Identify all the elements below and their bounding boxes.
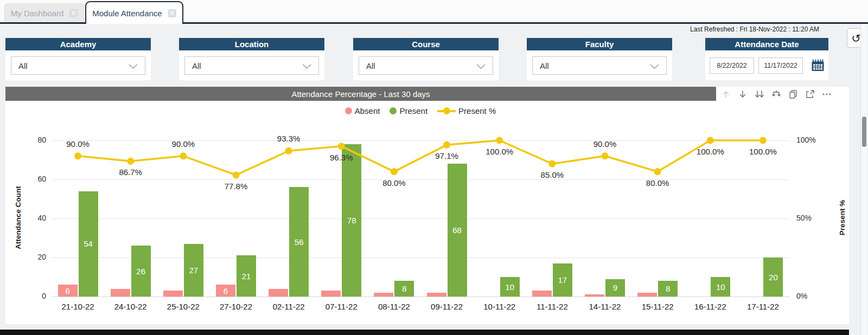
drill-down-icon[interactable]: [736, 88, 749, 100]
chart-toolbar: [719, 88, 833, 100]
x-axis-label: 24-10-22: [104, 302, 157, 311]
percent-data-label: 85.0%: [528, 170, 577, 179]
line-marker-25-10-22[interactable]: [180, 152, 187, 159]
last-refreshed-text: Last Refreshed : Fri 18-Nov-2022 : 11:20…: [690, 25, 819, 33]
filter-title: Location: [179, 38, 324, 50]
x-axis-label: 27-10-22: [209, 302, 263, 311]
more-options-icon[interactable]: [820, 88, 833, 100]
legend-label: Absent: [355, 106, 380, 115]
legend-line-dot: [443, 107, 450, 114]
legend-item-present-: Present %: [437, 106, 496, 115]
x-axis-label: 08-11-22: [367, 302, 420, 311]
x-axis-label: 17-11-22: [736, 302, 789, 311]
x-axis-label: 14-11-22: [578, 302, 631, 311]
legend-label: Present: [399, 106, 427, 115]
legend-label: Present %: [458, 106, 496, 115]
right-axis-tick-label: 100%: [796, 136, 816, 144]
calendar-icon[interactable]: [810, 59, 825, 73]
start-date-input[interactable]: [710, 57, 754, 74]
chart-title-bar: Attendance Percentage - Last 30 days: [5, 87, 716, 101]
location-filter-dropdown[interactable]: All: [184, 56, 319, 75]
right-axis-title: Present %: [838, 195, 846, 241]
present-pct-line[interactable]: [52, 140, 789, 297]
chart-card: Attendance Percentage - Last 30 days Abs…: [5, 87, 849, 324]
filter-card-academy: AcademyAll: [5, 38, 151, 80]
x-icon: [72, 11, 76, 15]
filter-card-faculty: FacultyAll: [527, 38, 672, 80]
percent-data-label: 90.0%: [159, 139, 208, 149]
line-marker-08-11-22[interactable]: [391, 168, 398, 175]
x-axis-label: 16-11-22: [684, 302, 737, 311]
legend-dot-icon: [390, 107, 397, 114]
legend-item-absent: Absent: [345, 106, 380, 115]
tab-my-dashboard[interactable]: My Dashboard: [4, 3, 84, 22]
x-axis-label: 07-11-22: [315, 302, 368, 311]
line-marker-27-10-22[interactable]: [233, 171, 240, 178]
percent-data-label: 100.0%: [686, 147, 735, 156]
line-marker-21-10-22[interactable]: [74, 152, 81, 159]
percent-data-label: 80.0%: [369, 178, 418, 188]
percent-data-label: 100.0%: [738, 147, 787, 156]
percent-data-label: 80.0%: [633, 178, 682, 188]
line-marker-15-11-22[interactable]: [654, 168, 661, 175]
filter-card-location: LocationAll: [179, 38, 324, 80]
drill-up-icon[interactable]: [719, 88, 732, 100]
chart-title: Attendance Percentage - Last 30 days: [291, 89, 430, 99]
tab-module-attendance[interactable]: Module Attendance: [85, 1, 183, 24]
close-tab-icon[interactable]: [69, 9, 78, 17]
percent-data-label: 86.7%: [106, 168, 155, 177]
legend-line-icon: [437, 107, 456, 114]
attendance-date-filter: Attendance Date: [705, 38, 828, 80]
percent-data-label: 90.0%: [54, 139, 103, 149]
line-marker-11-11-22[interactable]: [548, 160, 556, 168]
chevron-down-icon: [129, 61, 138, 70]
x-axis-label: 10-11-22: [473, 302, 526, 311]
refresh-icon: ↺: [851, 33, 861, 44]
line-marker-16-11-22[interactable]: [707, 137, 714, 144]
tab-label: Module Attendance: [92, 9, 162, 18]
legend-item-present: Present: [390, 106, 427, 115]
x-axis-label: 25-10-22: [157, 302, 210, 311]
copy-icon[interactable]: [787, 88, 799, 100]
filter-title: Attendance Date: [705, 38, 828, 50]
end-date-input[interactable]: [758, 57, 803, 74]
x-axis-label: 15-11-22: [631, 302, 684, 311]
go-to-next-level-icon[interactable]: [753, 88, 765, 100]
selected-value: All: [192, 61, 201, 70]
y-axis-tick-label: 60: [20, 175, 46, 183]
line-marker-10-11-22[interactable]: [496, 137, 503, 144]
filter-title: Faculty: [527, 38, 672, 50]
course-filter-dropdown[interactable]: All: [359, 56, 493, 75]
line-marker-24-10-22[interactable]: [127, 158, 134, 165]
selected-value: All: [366, 61, 375, 70]
percent-data-label: 90.0%: [580, 139, 629, 149]
line-marker-17-11-22[interactable]: [760, 137, 767, 144]
filter-card-course: CourseAll: [353, 38, 499, 80]
chevron-down-icon: [650, 61, 659, 70]
line-marker-14-11-22[interactable]: [602, 152, 609, 159]
y-axis-tick-label: 0: [20, 292, 46, 300]
module-attendance-dashboard: My Dashboard Module Attendance Last Refr…: [0, 0, 868, 335]
percent-data-label: 77.8%: [212, 182, 260, 191]
focus-mode-icon[interactable]: [803, 88, 816, 100]
selected-value: All: [18, 61, 28, 70]
percent-data-label: 100.0%: [475, 147, 524, 156]
line-marker-09-11-22[interactable]: [443, 141, 450, 149]
scrollbar-thumb[interactable]: [862, 117, 866, 147]
close-tab-icon[interactable]: [168, 9, 176, 17]
line-marker-07-11-22[interactable]: [338, 143, 345, 150]
line-marker-02-11-22[interactable]: [285, 147, 292, 154]
filter-title: Academy: [5, 38, 151, 50]
right-axis-tick-label: 0%: [796, 292, 807, 300]
vertical-scrollbar[interactable]: [860, 24, 867, 335]
percent-data-label: 96.3%: [317, 153, 366, 162]
filter-body: All: [179, 50, 324, 80]
x-axis-label: 21-10-22: [52, 302, 105, 311]
chevron-down-icon: [302, 61, 311, 70]
date-range-body: [705, 50, 828, 80]
expand-all-icon[interactable]: [770, 88, 782, 100]
academy-filter-dropdown[interactable]: All: [11, 56, 145, 75]
x-icon: [170, 11, 174, 15]
faculty-filter-dropdown[interactable]: All: [532, 56, 667, 75]
selected-value: All: [540, 61, 549, 70]
